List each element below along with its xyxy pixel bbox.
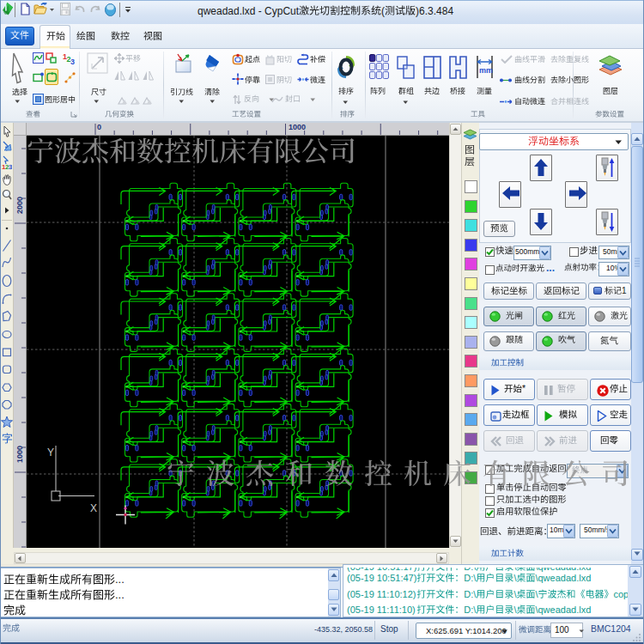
- svg-text:10%: 10%: [606, 264, 617, 272]
- svg-text:\: \: [513, 568, 517, 572]
- svg-text:3: 3: [9, 163, 12, 170]
- svg-text:Y: Y: [47, 447, 54, 459]
- svg-text:50mm/s: 50mm/s: [584, 526, 607, 534]
- svg-text:D:\: D:\: [464, 568, 477, 572]
- svg-text:(05-19 10:51:17): (05-19 10:51:17): [347, 568, 416, 572]
- svg-text:\qweadad.lxd: \qweadad.lxd: [535, 568, 591, 572]
- svg-text:10mm: 10mm: [550, 526, 563, 534]
- svg-text:mm: mm: [479, 66, 493, 75]
- svg-text:3: 3: [70, 58, 75, 64]
- svg-text:500mm/s: 500mm/s: [515, 247, 539, 256]
- svg-text:X: X: [90, 502, 97, 514]
- svg-text:50mm: 50mm: [603, 247, 617, 256]
